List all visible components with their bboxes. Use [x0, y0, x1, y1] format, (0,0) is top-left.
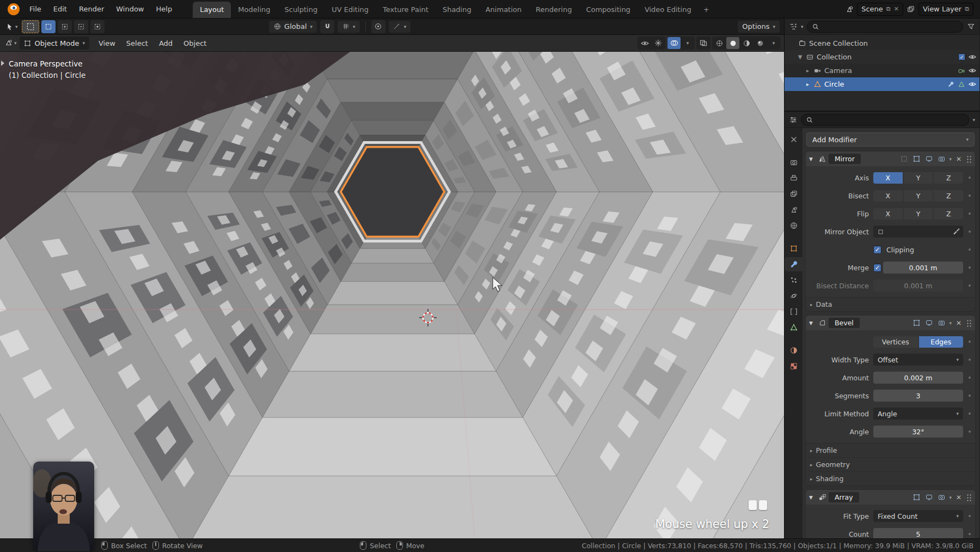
menu-edit[interactable]: Edit: [48, 5, 72, 13]
modifier-close-icon[interactable]: ✕: [954, 319, 963, 327]
shading-material-icon[interactable]: [740, 37, 753, 49]
tab-object-icon[interactable]: [785, 241, 803, 256]
amount-field[interactable]: 0.002 m: [873, 372, 963, 384]
show-render-toggle[interactable]: [936, 318, 946, 328]
show-on-cage-toggle[interactable]: [899, 154, 909, 164]
tab-constraints-icon[interactable]: [785, 305, 803, 319]
flip-y-button[interactable]: Y: [904, 208, 933, 220]
collection-visibility-eye-icon[interactable]: [969, 53, 976, 61]
tab-shading[interactable]: Shading: [436, 2, 479, 18]
properties-search-input[interactable]: [817, 116, 964, 124]
mirror-object-field[interactable]: [873, 226, 963, 238]
shading-dropdown[interactable]: ▾: [767, 37, 780, 49]
axis-z-button[interactable]: Z: [934, 172, 963, 184]
add-workspace-button[interactable]: +: [699, 2, 714, 18]
outliner-row-circle[interactable]: ▸ Circle: [785, 77, 979, 91]
select-mode-extend[interactable]: [58, 20, 72, 33]
vertices-button[interactable]: Vertices: [873, 336, 918, 348]
animate-dot[interactable]: [969, 195, 971, 197]
outliner-search-input[interactable]: [823, 23, 958, 31]
animate-dot[interactable]: [969, 413, 971, 415]
tab-compositing[interactable]: Compositing: [579, 2, 638, 18]
angle-field[interactable]: 32°: [873, 426, 963, 438]
edges-button[interactable]: Edges: [919, 336, 964, 348]
collapse-chevron-icon[interactable]: ▼: [809, 495, 816, 500]
menu-help[interactable]: Help: [151, 5, 178, 13]
viewport-menu-add[interactable]: Add: [154, 35, 177, 51]
select-mode-invert[interactable]: [90, 20, 105, 33]
tab-world-icon[interactable]: [785, 219, 803, 233]
mirror-panel-header[interactable]: ▼ Mirror: [806, 151, 975, 166]
animate-dot[interactable]: [969, 248, 971, 251]
animate-dot[interactable]: [969, 177, 971, 179]
properties-editor-icon[interactable]: [789, 116, 798, 124]
proportional-falloff-dropdown[interactable]: ▾: [389, 21, 411, 33]
merge-threshold-field[interactable]: 0.001 m: [883, 262, 963, 274]
outliner-row-scene-collection[interactable]: Scene Collection: [785, 37, 979, 50]
mirror-data-subpanel[interactable]: ▸ Data: [806, 297, 975, 311]
shading-rendered-icon[interactable]: [754, 37, 767, 49]
merge-checkbox[interactable]: ✓: [873, 264, 881, 272]
tab-physics-icon[interactable]: [785, 289, 803, 303]
view-layer-copy-icon[interactable]: ⧉: [965, 5, 969, 13]
collapse-chevron-icon[interactable]: ▼: [809, 320, 816, 326]
modifier-extras-dropdown[interactable]: ▾: [949, 156, 952, 162]
animate-dot[interactable]: [969, 359, 971, 361]
object-visibility-dropdown[interactable]: [638, 37, 651, 49]
modifier-close-icon[interactable]: ✕: [954, 155, 963, 163]
bevel-shading-subpanel[interactable]: ▸ Shading: [806, 471, 975, 486]
count-field[interactable]: 5: [873, 528, 963, 538]
axis-y-button[interactable]: Y: [904, 172, 933, 184]
scene-selector[interactable]: Scene ⧉ ✕: [857, 3, 903, 16]
limit-method-dropdown[interactable]: Angle ▾: [873, 408, 963, 420]
mode-dropdown[interactable]: Object Mode ▾: [20, 37, 89, 50]
outliner-search[interactable]: [807, 21, 963, 33]
animate-dot[interactable]: [969, 515, 971, 517]
modifier-extras-dropdown[interactable]: ▾: [949, 320, 952, 326]
shading-solid-icon[interactable]: [726, 37, 739, 49]
tab-animation[interactable]: Animation: [479, 2, 529, 18]
bevel-panel-header[interactable]: ▼ Bevel: [806, 316, 975, 330]
array-panel-header[interactable]: ▼ Array: [806, 490, 975, 505]
animate-dot[interactable]: [969, 266, 971, 269]
flip-x-button[interactable]: X: [873, 208, 903, 220]
modifier-drag-handle[interactable]: [966, 493, 972, 501]
select-mode-new[interactable]: [41, 20, 56, 33]
menu-window[interactable]: Window: [111, 5, 149, 13]
modifier-name-field[interactable]: Mirror: [829, 154, 861, 164]
properties-options-chevron[interactable]: ▾: [972, 117, 975, 123]
tab-sculpting[interactable]: Sculpting: [277, 2, 324, 18]
tab-view-layer-icon[interactable]: [785, 187, 803, 201]
view-layer-selector[interactable]: View Layer ⧉: [918, 3, 973, 16]
show-in-editmode-toggle[interactable]: [911, 493, 921, 502]
viewport-menu-view[interactable]: View: [94, 35, 120, 51]
snap-target-dropdown[interactable]: ▾: [338, 21, 360, 33]
scene-unlink-icon[interactable]: ✕: [894, 5, 899, 13]
tab-render-icon[interactable]: [785, 155, 803, 169]
show-render-toggle[interactable]: [936, 154, 946, 164]
outliner-display-mode-chevron[interactable]: ▾: [801, 24, 804, 29]
tab-uv-editing[interactable]: UV Editing: [324, 2, 376, 18]
menu-render[interactable]: Render: [74, 5, 109, 13]
axis-x-button[interactable]: X: [873, 172, 903, 184]
width-type-dropdown[interactable]: Offset ▾: [873, 354, 963, 366]
animate-dot[interactable]: [969, 213, 971, 215]
shading-wireframe-icon[interactable]: [713, 37, 726, 49]
snap-toggle[interactable]: [320, 20, 334, 33]
tab-texture-paint[interactable]: Texture Paint: [376, 2, 436, 18]
proportional-editing-toggle[interactable]: [371, 20, 385, 33]
show-render-toggle[interactable]: [936, 493, 946, 502]
collection-checkbox[interactable]: ✓: [958, 53, 965, 60]
tool-selector-dropdown[interactable]: ▾: [4, 20, 20, 33]
tab-particles-icon[interactable]: [785, 273, 803, 287]
show-viewport-toggle[interactable]: [924, 493, 934, 502]
segments-field[interactable]: 3: [873, 390, 963, 402]
tab-layout[interactable]: Layout: [193, 2, 231, 18]
animate-dot[interactable]: [969, 533, 971, 535]
modifier-extras-dropdown[interactable]: ▾: [949, 495, 952, 500]
tab-texture-icon[interactable]: [785, 359, 803, 373]
animate-dot[interactable]: [969, 341, 971, 343]
show-in-editmode-toggle[interactable]: [911, 318, 921, 328]
editor-type-button[interactable]: ▾: [3, 37, 19, 50]
outliner-row-camera[interactable]: ▸ Camera: [785, 64, 979, 77]
